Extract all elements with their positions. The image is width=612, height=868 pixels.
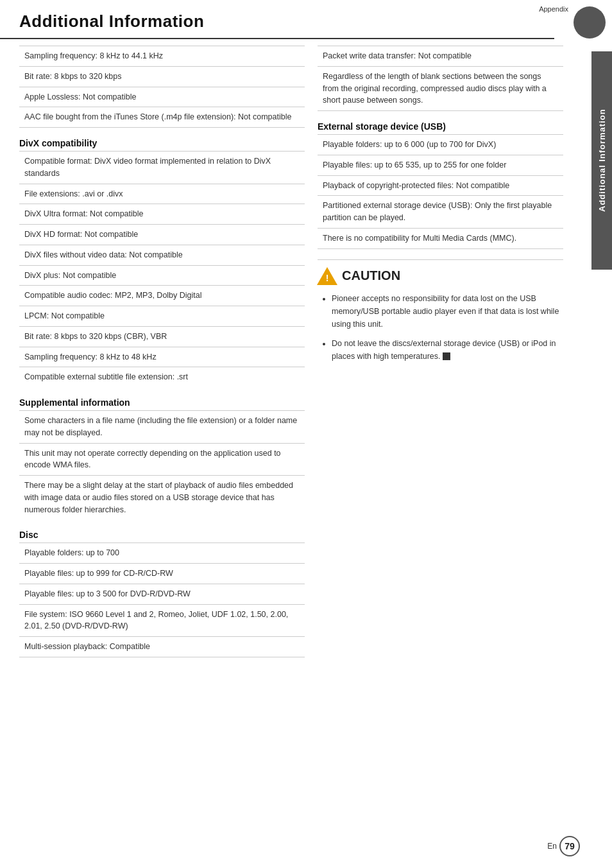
page-container: Appendix Additional Information Addition… [0, 0, 612, 868]
info-row: There is no compatibility for Multi Medi… [318, 228, 563, 249]
info-row: Playable folders: up to 6 000 (up to 700… [318, 134, 563, 155]
page-title: Additional Information [19, 12, 497, 31]
left-column: Sampling frequency: 8 kHz to 44.1 kHzBit… [19, 46, 305, 657]
left-initial-row: Bit rate: 8 kbps to 320 kbps [19, 66, 305, 87]
info-row: LPCM: Not compatible [19, 306, 305, 326]
info-row: This unit may not operate correctly depe… [19, 443, 305, 476]
section-heading: External storage device (USB) [318, 121, 563, 132]
sidebar-tab: Additional Information [591, 51, 612, 270]
right-sections: External storage device (USB)Playable fo… [318, 121, 563, 249]
info-row: Sampling frequency: 8 kHz to 48 kHz [19, 347, 305, 367]
main-content: Sampling frequency: 8 kHz to 44.1 kHzBit… [0, 46, 612, 670]
initial-rows-left: Sampling frequency: 8 kHz to 44.1 kHzBit… [19, 46, 305, 128]
corner-circle [574, 6, 606, 39]
appendix-label: Appendix [539, 5, 568, 13]
caution-item: Do not leave the discs/external storage … [332, 337, 563, 363]
initial-rows-right: Packet write data transfer: Not compatib… [318, 46, 563, 111]
right-initial-row: Regardless of the length of blank sectio… [318, 66, 563, 111]
left-initial-row: Sampling frequency: 8 kHz to 44.1 kHz [19, 46, 305, 66]
section-heading: Supplemental information [19, 397, 305, 408]
page-header: Additional Information [0, 0, 554, 39]
info-row: DivX plus: Not compatible [19, 265, 305, 286]
info-row: Playable files: up to 65 535, up to 255 … [318, 155, 563, 175]
info-row: File system: ISO 9660 Level 1 and 2, Rom… [19, 604, 305, 637]
section-heading: DivX compatibility [19, 138, 305, 148]
info-row: DivX Ultra format: Not compatible [19, 204, 305, 224]
info-row: Bit rate: 8 kbps to 320 kbps (CBR), VBR [19, 326, 305, 347]
info-row: Some characters in a file name (includin… [19, 410, 305, 443]
header-wrap: Additional Information [0, 0, 612, 39]
left-sections: DivX compatibilityCompatible format: Div… [19, 138, 305, 657]
info-row: File extensions: .avi or .divx [19, 184, 305, 204]
caution-box: !CAUTIONPioneer accepts no responsibilit… [318, 259, 563, 363]
left-initial-row: AAC file bought from the iTunes Store (.… [19, 107, 305, 128]
info-row: Multi-session playback: Compatible [19, 636, 305, 657]
info-row: Playable folders: up to 700 [19, 542, 305, 563]
en-label: En [547, 842, 557, 851]
corner-decoration: Appendix [561, 0, 612, 51]
caution-title: !CAUTION [318, 266, 563, 286]
caution-title-text: CAUTION [342, 268, 400, 283]
info-row: Compatible external subtitle file extens… [19, 367, 305, 387]
right-initial-row: Packet write data transfer: Not compatib… [318, 46, 563, 66]
info-row: Playable files: up to 999 for CD-R/CD-RW [19, 563, 305, 584]
info-row: Compatible format: DivX video format imp… [19, 151, 305, 184]
sidebar-tab-label: Additional Information [597, 109, 607, 213]
info-row: There may be a slight delay at the start… [19, 475, 305, 519]
section-heading: Disc [19, 530, 305, 540]
caution-item: Pioneer accepts no responsibility for da… [332, 292, 563, 331]
page-number: 79 [559, 836, 580, 856]
right-column: Packet write data transfer: Not compatib… [318, 46, 588, 657]
info-row: Partitioned external storage device (USB… [318, 195, 563, 228]
page-number-area: En 79 [547, 836, 580, 856]
info-row: Playback of copyright-protected files: N… [318, 175, 563, 196]
caution-list: Pioneer accepts no responsibility for da… [318, 292, 563, 363]
stop-symbol [443, 352, 450, 360]
info-row: Compatible audio codec: MP2, MP3, Dolby … [19, 285, 305, 306]
info-row: DivX HD format: Not compatible [19, 224, 305, 245]
info-row: Playable files: up to 3 500 for DVD-R/DV… [19, 584, 305, 604]
left-initial-row: Apple Lossless: Not compatible [19, 87, 305, 107]
caution-icon: ! [318, 266, 337, 286]
info-row: DivX files without video data: Not compa… [19, 245, 305, 265]
